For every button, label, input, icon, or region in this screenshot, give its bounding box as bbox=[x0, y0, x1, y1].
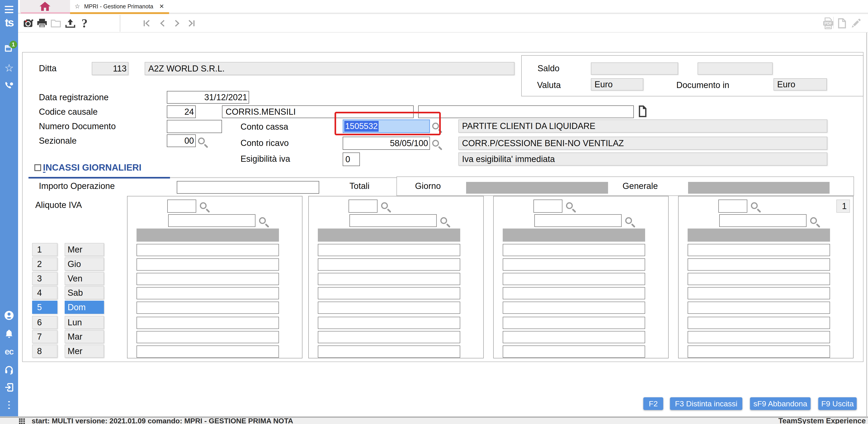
help-icon[interactable]: ? bbox=[80, 14, 89, 33]
iva-amount-input[interactable] bbox=[688, 302, 830, 314]
iva-amount-input[interactable] bbox=[503, 244, 645, 256]
iva-desc-search-icon[interactable] bbox=[259, 217, 266, 224]
codice-causale-code-field[interactable]: 24 bbox=[167, 106, 196, 118]
iva-amount-input[interactable] bbox=[688, 345, 830, 358]
iva-amount-input[interactable] bbox=[318, 331, 460, 343]
documento-in-field[interactable]: Euro bbox=[774, 78, 827, 90]
document-icon[interactable] bbox=[838, 14, 846, 33]
upload-icon[interactable] bbox=[65, 14, 75, 33]
iva-amount-input[interactable] bbox=[136, 331, 279, 343]
iva-amount-input[interactable] bbox=[503, 345, 645, 358]
importo-operazione-field[interactable] bbox=[177, 181, 319, 194]
ditta-name-field[interactable]: A2Z WORLD S.R.L. bbox=[145, 62, 515, 75]
more-dots-icon[interactable] bbox=[0, 400, 18, 410]
day-number[interactable]: 5 bbox=[32, 301, 57, 314]
iva-desc-input[interactable] bbox=[168, 214, 255, 227]
tab-close-icon[interactable]: ✕ bbox=[159, 3, 164, 10]
tab-home[interactable] bbox=[20, 0, 70, 13]
iva-desc-search-icon[interactable] bbox=[810, 217, 817, 224]
f2-button[interactable]: F2 bbox=[643, 397, 663, 410]
print-icon[interactable] bbox=[37, 14, 47, 33]
day-name[interactable]: Gio bbox=[65, 257, 104, 271]
saldo-field-2[interactable] bbox=[698, 62, 773, 75]
iva-code-search-icon[interactable] bbox=[751, 202, 758, 209]
f3-distinta-incassi-button[interactable]: F3 Distinta incassi bbox=[670, 397, 742, 410]
valuta-field[interactable]: Euro bbox=[591, 78, 643, 90]
nav-prev-icon[interactable] bbox=[158, 14, 167, 33]
ec-logo[interactable]: ec bbox=[0, 347, 18, 356]
iva-amount-input[interactable] bbox=[318, 273, 460, 285]
menu-icon[interactable] bbox=[0, 4, 18, 15]
iva-amount-input[interactable] bbox=[136, 244, 279, 256]
day-number[interactable]: 2 bbox=[32, 257, 57, 271]
iva-amount-input[interactable] bbox=[503, 258, 645, 271]
nav-next-icon[interactable] bbox=[173, 14, 182, 33]
iva-desc-input[interactable] bbox=[534, 214, 622, 227]
iva-code-input[interactable] bbox=[718, 200, 747, 213]
iva-amount-input[interactable] bbox=[503, 273, 645, 285]
iva-code-search-icon[interactable] bbox=[381, 202, 388, 209]
sf9-abbandona-button[interactable]: sF9 Abbandona bbox=[750, 397, 811, 410]
iva-amount-input[interactable] bbox=[503, 317, 645, 329]
iva-amount-input[interactable] bbox=[503, 287, 645, 299]
exit-icon[interactable] bbox=[0, 383, 18, 392]
iva-desc-search-icon[interactable] bbox=[440, 217, 447, 224]
pencil-icon[interactable] bbox=[850, 14, 862, 33]
iva-code-input[interactable] bbox=[533, 200, 562, 213]
saldo-field-1[interactable] bbox=[591, 62, 678, 75]
sezionale-search-icon[interactable] bbox=[198, 138, 205, 144]
tab-active[interactable]: ☆ MPRI - Gestione Primanota ✕ bbox=[70, 0, 169, 13]
day-name[interactable]: Mer bbox=[65, 345, 104, 358]
apps-grid-icon[interactable] bbox=[19, 418, 25, 424]
iva-desc-search-icon[interactable] bbox=[625, 217, 632, 224]
iva-amount-input[interactable] bbox=[318, 317, 460, 329]
sezionale-field[interactable]: 00 bbox=[167, 134, 196, 147]
iva-amount-input[interactable] bbox=[136, 258, 279, 271]
iva-amount-input[interactable] bbox=[318, 244, 460, 256]
iva-amount-input[interactable] bbox=[688, 273, 830, 285]
iva-code-input[interactable] bbox=[348, 200, 377, 213]
camera-icon[interactable] bbox=[24, 14, 33, 33]
headset-icon[interactable] bbox=[0, 365, 18, 375]
day-name[interactable]: Mar bbox=[65, 330, 104, 343]
teamsystem-logo[interactable]: ts bbox=[0, 16, 18, 29]
incassi-checkbox[interactable] bbox=[34, 164, 41, 171]
day-name[interactable]: Sab bbox=[65, 286, 104, 299]
conto-ricavo-search-icon[interactable] bbox=[432, 140, 439, 147]
iva-amount-input[interactable] bbox=[688, 331, 830, 343]
day-number[interactable]: 1 bbox=[32, 243, 57, 256]
ditta-code-field[interactable]: 113 bbox=[92, 62, 128, 75]
day-number[interactable]: 3 bbox=[32, 272, 57, 285]
apps-badge-icon[interactable]: 1 bbox=[0, 44, 18, 53]
iva-amount-input[interactable] bbox=[136, 273, 279, 285]
iva-amount-input[interactable] bbox=[503, 302, 645, 314]
iva-desc-input[interactable] bbox=[719, 214, 807, 227]
nav-last-icon[interactable] bbox=[187, 14, 196, 33]
numero-documento-field[interactable] bbox=[167, 120, 222, 133]
day-name[interactable]: Dom bbox=[65, 301, 104, 314]
conto-ricavo-field[interactable]: 58/05/100 bbox=[343, 137, 430, 150]
iva-amount-input[interactable] bbox=[136, 345, 279, 358]
esigibilita-iva-field[interactable]: 0 bbox=[343, 152, 360, 166]
iva-amount-input[interactable] bbox=[318, 345, 460, 358]
iva-amount-input[interactable] bbox=[688, 287, 830, 299]
codice-causale-extra-field[interactable] bbox=[418, 106, 634, 118]
nav-first-icon[interactable] bbox=[143, 14, 151, 33]
phone-icon[interactable] bbox=[0, 81, 18, 90]
conto-cassa-desc-field[interactable]: PARTITE CLIENTI DA LIQUIDARE bbox=[458, 119, 827, 133]
data-registrazione-field[interactable]: 31/12/2021 bbox=[167, 91, 249, 104]
iva-amount-input[interactable] bbox=[318, 287, 460, 299]
day-number[interactable]: 4 bbox=[32, 286, 57, 299]
iva-amount-input[interactable] bbox=[136, 287, 279, 299]
esigibilita-iva-desc-field[interactable]: Iva esigibilita' immediata bbox=[458, 152, 827, 166]
iva-amount-input[interactable] bbox=[318, 302, 460, 314]
iva-code-input[interactable] bbox=[167, 200, 196, 213]
iva-amount-input[interactable] bbox=[318, 258, 460, 271]
day-number[interactable]: 6 bbox=[32, 316, 57, 329]
conto-ricavo-desc-field[interactable]: CORR.P/CESSIONE BENI-NO VENTILAZ bbox=[458, 137, 827, 150]
day-number[interactable]: 8 bbox=[32, 345, 57, 358]
day-name[interactable]: Mer bbox=[65, 243, 104, 256]
iva-amount-input[interactable] bbox=[136, 302, 279, 314]
tab-star-icon[interactable]: ☆ bbox=[74, 3, 80, 10]
iva-amount-input[interactable] bbox=[688, 258, 830, 271]
